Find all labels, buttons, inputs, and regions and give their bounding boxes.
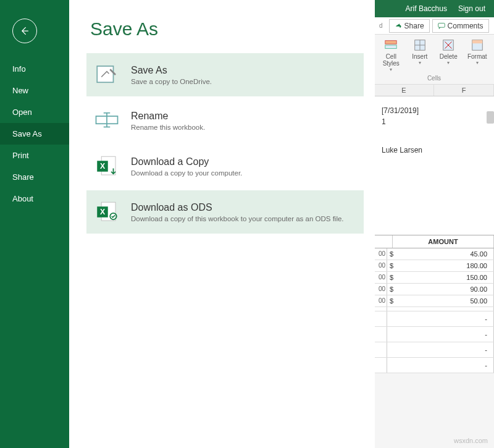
arrow-left-icon — [19, 25, 31, 37]
table-row[interactable]: - — [374, 358, 494, 373]
nav-new[interactable]: New — [0, 80, 69, 101]
page-title: Save As — [90, 19, 364, 40]
option-title: Save As — [131, 65, 212, 76]
svg-rect-12 — [438, 23, 445, 27]
option-desc: Rename this workbook. — [131, 124, 205, 131]
excel-download-icon: X — [94, 153, 120, 179]
ribbon-cells-group: Cell Styles▾ Insert▾ Delete▾ Format▾ — [374, 35, 494, 74]
table-row[interactable]: 00$45.00 — [374, 248, 494, 260]
share-button[interactable]: Share — [389, 19, 430, 33]
back-button[interactable] — [12, 19, 37, 43]
save-as-icon — [94, 62, 120, 88]
svg-rect-13 — [385, 41, 396, 44]
option-title: Download a Copy — [131, 156, 242, 167]
table-row[interactable]: 00$50.00 — [374, 295, 494, 307]
svg-text:X: X — [100, 208, 106, 216]
ribbon-group-label: Cells — [374, 74, 494, 85]
rename-icon — [94, 108, 120, 133]
cell-date[interactable]: [7/31/2019] — [374, 105, 494, 116]
table-row[interactable]: - — [374, 311, 494, 327]
comments-button[interactable]: Comments — [432, 19, 489, 33]
option-title: Rename — [131, 111, 205, 122]
ribbon-collab-row: d Share Comments — [374, 17, 494, 35]
sign-out-link[interactable]: Sign out — [458, 4, 485, 13]
svg-rect-20 — [472, 40, 483, 44]
title-bar: Arif Bacchus Sign out — [397, 0, 494, 17]
option-desc: Save a copy to OneDrive. — [131, 78, 212, 85]
option-rename[interactable]: Rename Rename this workbook. — [86, 99, 364, 142]
backstage-main: Save As Save As Save a copy to OneDrive.… — [69, 0, 375, 448]
cell-number[interactable]: 1 — [374, 116, 494, 127]
nav-open[interactable]: Open — [0, 101, 69, 123]
svg-rect-0 — [97, 66, 113, 82]
nav-about[interactable]: About — [0, 188, 69, 209]
col-header-e[interactable]: E — [374, 85, 434, 96]
user-name[interactable]: Arif Bacchus — [406, 4, 447, 13]
cell-name[interactable]: Luke Larsen — [374, 127, 494, 161]
delete-cells-icon — [442, 38, 455, 52]
ods-download-icon: X — [94, 199, 120, 225]
option-desc: Download a copy to your computer. — [131, 169, 242, 177]
nav-share[interactable]: Share — [0, 166, 69, 188]
table-row[interactable]: 00$90.00 — [374, 284, 494, 295]
option-desc: Download a copy of this workbook to your… — [131, 215, 344, 222]
table-row[interactable]: - — [374, 327, 494, 342]
format-cells-icon — [471, 38, 484, 52]
svg-rect-14 — [385, 45, 396, 49]
watermark: wsxdn.com — [454, 437, 488, 444]
amount-header[interactable]: AMOUNT — [393, 235, 494, 248]
backstage-sidebar: Info New Open Save As Print Share About — [0, 0, 69, 448]
insert-cells-icon — [413, 38, 427, 52]
nav-info[interactable]: Info — [0, 58, 69, 80]
svg-text:X: X — [100, 162, 106, 171]
col-header-f[interactable]: F — [434, 85, 494, 96]
comment-icon — [438, 22, 445, 30]
table-row[interactable]: - — [374, 342, 494, 358]
worksheet[interactable]: E F [7/31/2019] 1 Luke Larsen AMOUNT 00$… — [374, 85, 494, 373]
option-download-ods[interactable]: X Download as ODS Download a copy of thi… — [86, 190, 364, 234]
share-icon — [395, 22, 402, 30]
column-headers[interactable]: E F — [374, 85, 494, 96]
worksheet-background: d Share Comments Cell Styles▾ Insert▾ De… — [374, 0, 494, 448]
delete-button[interactable]: Delete▾ — [435, 38, 462, 72]
option-title: Download as ODS — [131, 202, 344, 213]
nav-print[interactable]: Print — [0, 145, 69, 166]
vertical-scrollbar[interactable] — [487, 111, 494, 124]
option-download-copy[interactable]: X Download a Copy Download a copy to you… — [86, 145, 364, 188]
table-row[interactable]: 00$180.00 — [374, 260, 494, 272]
format-button[interactable]: Format▾ — [464, 38, 491, 72]
nav-save-as[interactable]: Save As — [0, 123, 69, 145]
table-row[interactable]: 00$150.00 — [374, 272, 494, 284]
option-save-as[interactable]: Save As Save a copy to OneDrive. — [86, 53, 364, 96]
insert-button[interactable]: Insert▾ — [406, 38, 433, 72]
amount-table: AMOUNT 00$45.00 00$180.00 00$150.00 00$9… — [374, 235, 494, 373]
cell-styles-icon — [384, 38, 398, 52]
table-row[interactable] — [374, 307, 494, 311]
cell-styles-button[interactable]: Cell Styles▾ — [377, 38, 404, 72]
